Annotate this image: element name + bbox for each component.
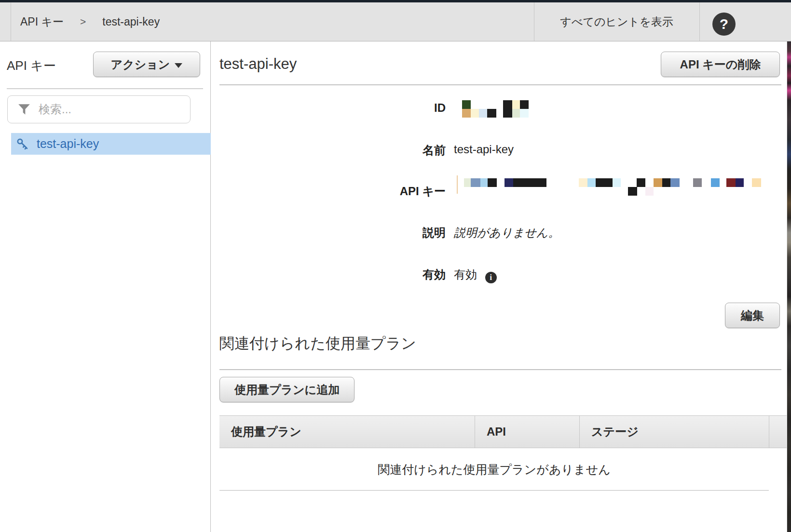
field-label-id: ID	[301, 101, 446, 115]
app-window: API キー > test-api-key すべてのヒントを表示 ? API キ…	[0, 0, 791, 532]
breadcrumb-separator: >	[80, 16, 86, 27]
add-to-usage-plan-button[interactable]: 使用量プランに追加	[219, 377, 355, 402]
caret-down-icon	[175, 63, 182, 68]
field-value-name: test-api-key	[454, 143, 514, 156]
column-header-usage-plan: 使用量プラン	[219, 416, 475, 448]
sidebar-search	[7, 95, 191, 123]
field-value-enabled: 有効 i	[454, 267, 497, 283]
divider	[699, 2, 700, 41]
search-input[interactable]	[7, 95, 191, 123]
actions-button-label: アクション	[111, 57, 170, 72]
divider	[219, 84, 781, 85]
breadcrumb-bar: API キー > test-api-key すべてのヒントを表示 ?	[0, 2, 791, 41]
sidebar-divider	[7, 88, 203, 89]
field-label-description: 説明	[301, 225, 446, 240]
key-icon	[16, 137, 29, 150]
column-header-api: API	[475, 416, 579, 448]
divider	[11, 2, 11, 41]
window-edge-artifact	[787, 41, 791, 532]
usage-plans-section-heading: 関連付けられた使用量プラン	[219, 333, 416, 354]
column-header-stage: ステージ	[579, 416, 769, 448]
filter-icon	[18, 103, 30, 116]
actions-button[interactable]: アクション	[93, 52, 200, 77]
usage-plans-table-header: 使用量プラン API ステージ	[219, 415, 790, 448]
field-label-api-key: API キー	[301, 184, 446, 199]
divider	[219, 369, 781, 370]
usage-plans-empty-message: 関連付けられた使用量プランがありません	[219, 449, 769, 491]
sidebar-item-label: test-api-key	[37, 137, 99, 151]
show-all-hints-button[interactable]: すべてのヒントを表示	[534, 2, 699, 41]
field-label-enabled: 有効	[301, 267, 446, 282]
sidebar-item-test-api-key[interactable]: test-api-key	[11, 133, 211, 155]
delete-api-key-button[interactable]: API キーの削除	[661, 52, 780, 77]
edit-button[interactable]: 編集	[725, 303, 780, 328]
enabled-value-text: 有効	[454, 268, 477, 281]
breadcrumb-root[interactable]: API キー	[20, 14, 64, 29]
page-title: test-api-key	[219, 55, 297, 73]
breadcrumb-current: test-api-key	[102, 15, 160, 28]
id-redaction-mosaic	[454, 100, 536, 119]
breadcrumb: API キー > test-api-key	[20, 2, 160, 41]
help-icon[interactable]: ?	[712, 13, 736, 36]
api-key-redaction-mosaic	[454, 173, 772, 197]
field-value-description: 説明がありません。	[454, 225, 559, 240]
info-icon[interactable]: i	[485, 272, 497, 283]
sidebar-title: API キー	[7, 57, 56, 74]
field-label-name: 名前	[301, 143, 446, 158]
